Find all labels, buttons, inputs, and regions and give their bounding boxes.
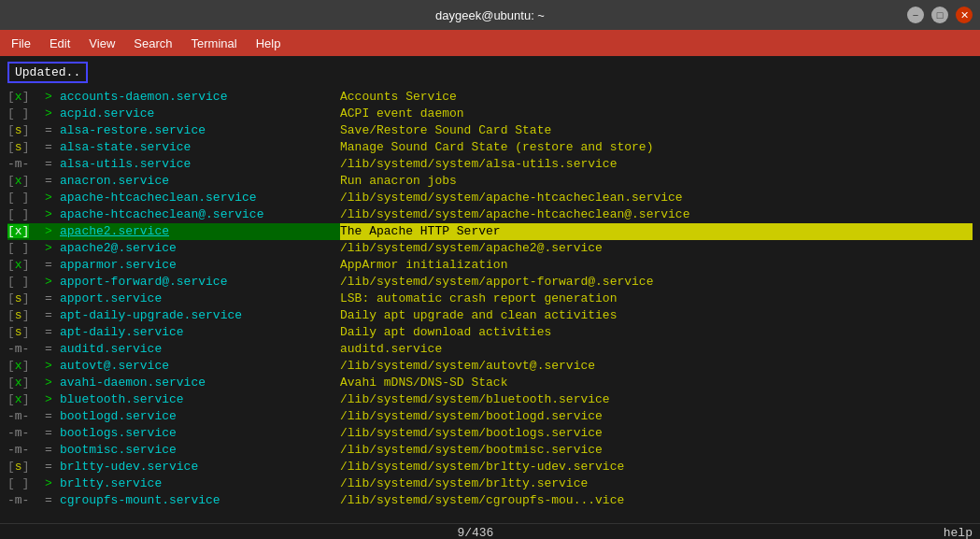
table-row[interactable]: [s] = alsa-restore.service Save/Restore … — [7, 122, 973, 139]
service-name-cell: auditd.service — [60, 341, 340, 358]
table-row[interactable]: [s] = apt-daily-upgrade.service Daily ap… — [7, 307, 973, 324]
desc-cell: /lib/systemd/system/bootlogd.service — [340, 408, 973, 425]
table-row[interactable]: [x] = apparmor.service AppArmor initiali… — [7, 257, 973, 274]
status-cell: -m- — [7, 442, 45, 459]
arrow-cell: > — [45, 223, 60, 240]
arrow-cell: = — [45, 442, 60, 459]
arrow-cell: = — [45, 324, 60, 341]
menu-view[interactable]: View — [81, 34, 122, 53]
arrow-cell: = — [45, 492, 60, 509]
maximize-button[interactable]: □ — [931, 7, 948, 23]
desc-cell: Accounts Service — [340, 89, 973, 106]
arrow-cell: > — [45, 89, 60, 106]
arrow-cell: = — [45, 341, 60, 358]
table-row[interactable]: -m- = alsa-utils.service /lib/systemd/sy… — [7, 156, 973, 173]
table-row[interactable]: [s] = alsa-state.service Manage Sound Ca… — [7, 139, 973, 156]
desc-cell: LSB: automatic crash report generation — [340, 291, 973, 307]
window-controls: − □ ✕ — [907, 7, 973, 23]
status-cell: [s] — [7, 291, 45, 307]
table-row[interactable]: [s] = brltty-udev.service /lib/systemd/s… — [7, 459, 973, 475]
service-name-cell: apache-htcacheclean@.service — [60, 206, 340, 223]
table-row[interactable]: [ ] > acpid.service ACPI event daemon — [7, 106, 973, 122]
status-cell: [x] — [7, 358, 45, 375]
table-row[interactable]: [x] > autovt@.service /lib/systemd/syste… — [7, 358, 973, 375]
service-name-cell: brltty.service — [60, 475, 340, 492]
status-center: 9/436 — [457, 526, 493, 539]
status-cell: [s] — [7, 459, 45, 475]
desc-cell: Save/Restore Sound Card State — [340, 122, 973, 139]
status-cell: [x] — [7, 375, 45, 391]
service-name-cell: bluetooth.service — [60, 391, 340, 408]
arrow-cell: > — [45, 190, 60, 206]
table-row[interactable]: -m- = cgroupfs-mount.service /lib/system… — [7, 492, 973, 509]
desc-cell: /lib/systemd/system/brltty.service — [340, 475, 973, 492]
service-name-cell: alsa-restore.service — [60, 122, 340, 139]
service-name-cell: apache2@.service — [60, 240, 340, 257]
menu-bar: File Edit View Search Terminal Help — [0, 30, 980, 56]
close-button[interactable]: ✕ — [956, 7, 973, 23]
table-row[interactable]: [x] > accounts-daemon.service Accounts S… — [7, 89, 973, 106]
arrow-cell: > — [45, 358, 60, 375]
service-name-cell: acpid.service — [60, 106, 340, 122]
title-bar: daygeek@ubuntu: ~ − □ ✕ — [0, 0, 980, 30]
service-name-cell: apparmor.service — [60, 257, 340, 274]
desc-cell: /lib/systemd/system/apache-htcacheclean@… — [340, 206, 973, 223]
desc-cell: /lib/systemd/system/cgroupfs-mou...vice — [340, 492, 973, 509]
arrow-cell: > — [45, 375, 60, 391]
menu-help[interactable]: Help — [249, 34, 289, 53]
service-name-cell: alsa-state.service — [60, 139, 340, 156]
service-name-cell: bootlogs.service — [60, 425, 340, 442]
desc-cell: Run anacron jobs — [340, 173, 973, 190]
arrow-cell: = — [45, 459, 60, 475]
table-row[interactable]: [ ] > apache-htcacheclean@.service /lib/… — [7, 206, 973, 223]
arrow-cell: > — [45, 475, 60, 492]
status-cell: [ ] — [7, 106, 45, 122]
status-cell: [ ] — [7, 190, 45, 206]
desc-cell: auditd.service — [340, 341, 973, 358]
status-cell: [ ] — [7, 240, 45, 257]
menu-edit[interactable]: Edit — [42, 34, 78, 53]
table-row[interactable]: -m- = bootmisc.service /lib/systemd/syst… — [7, 442, 973, 459]
table-row[interactable]: [ ] > apache-htcacheclean.service /lib/s… — [7, 190, 973, 206]
status-cell: [x] — [7, 223, 45, 240]
table-row[interactable]: [x] > avahi-daemon.service Avahi mDNS/DN… — [7, 375, 973, 391]
arrow-cell: > — [45, 274, 60, 291]
menu-search[interactable]: Search — [126, 34, 179, 53]
status-cell: [s] — [7, 307, 45, 324]
table-row[interactable]: [ ] > apport-forward@.service /lib/syste… — [7, 274, 973, 291]
terminal-content: [x] > accounts-daemon.service Accounts S… — [0, 89, 980, 523]
desc-cell: Manage Sound Card State (restore and sto… — [340, 139, 973, 156]
service-name-cell: apt-daily.service — [60, 324, 340, 341]
desc-cell: /lib/systemd/system/bluetooth.service — [340, 391, 973, 408]
table-row[interactable]: [ ] > brltty.service /lib/systemd/system… — [7, 475, 973, 492]
table-row[interactable]: [x] > bluetooth.service /lib/systemd/sys… — [7, 391, 973, 408]
status-cell: [s] — [7, 139, 45, 156]
desc-cell: AppArmor initialization — [340, 257, 973, 274]
table-row[interactable]: -m- = bootlogd.service /lib/systemd/syst… — [7, 408, 973, 425]
service-name-cell: autovt@.service — [60, 358, 340, 375]
desc-cell: /lib/systemd/system/bootmisc.service — [340, 442, 973, 459]
menu-terminal[interactable]: Terminal — [184, 34, 245, 53]
arrow-cell: > — [45, 206, 60, 223]
table-row[interactable]: [s] = apt-daily.service Daily apt downlo… — [7, 324, 973, 341]
desc-cell: ACPI event daemon — [340, 106, 973, 122]
table-row[interactable]: -m- = auditd.service auditd.service — [7, 341, 973, 358]
table-row[interactable]: [x] = anacron.service Run anacron jobs — [7, 173, 973, 190]
table-row[interactable]: [s] = apport.service LSB: automatic cras… — [7, 291, 973, 307]
status-cell: [ ] — [7, 274, 45, 291]
status-cell: [x] — [7, 391, 45, 408]
status-cell: [s] — [7, 122, 45, 139]
service-name-cell: apport-forward@.service — [60, 274, 340, 291]
table-row[interactable]: [ ] > apache2@.service /lib/systemd/syst… — [7, 240, 973, 257]
desc-cell: /lib/systemd/system/autovt@.service — [340, 358, 973, 375]
window-title: daygeek@ubuntu: ~ — [435, 8, 545, 22]
desc-cell: /lib/systemd/system/alsa-utils.service — [340, 156, 973, 173]
status-cell: [x] — [7, 89, 45, 106]
status-cell: -m- — [7, 408, 45, 425]
table-row[interactable]: -m- = bootlogs.service /lib/systemd/syst… — [7, 425, 973, 442]
table-row[interactable]: [x] > apache2.service The Apache HTTP Se… — [7, 223, 973, 240]
arrow-cell: = — [45, 122, 60, 139]
status-cell: -m- — [7, 425, 45, 442]
menu-file[interactable]: File — [4, 34, 38, 53]
minimize-button[interactable]: − — [907, 7, 924, 23]
